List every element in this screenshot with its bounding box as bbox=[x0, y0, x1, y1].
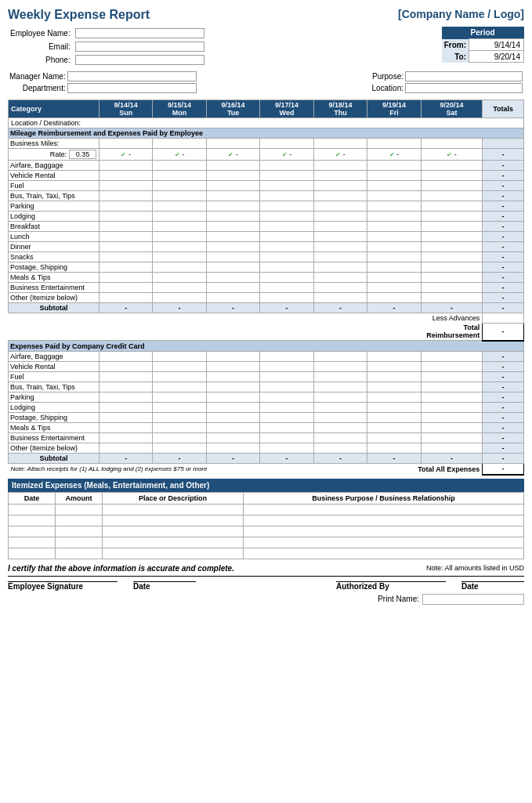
table-row: Parking- bbox=[9, 392, 524, 402]
period-header: Period bbox=[442, 27, 524, 39]
employee-sig-block: Employee Signature Date bbox=[8, 581, 196, 591]
table-row: Vehicle Rental- bbox=[9, 171, 524, 181]
itemized-header: Itemized Expenses (Meals, Entertainment,… bbox=[8, 479, 524, 492]
from-value: 9/14/14 bbox=[494, 41, 520, 49]
table-row: Snacks- bbox=[9, 252, 524, 262]
department-label: Department: bbox=[9, 83, 66, 93]
rate-total: - bbox=[483, 149, 524, 161]
manager-label: Manager Name: bbox=[9, 71, 66, 81]
manager-input[interactable] bbox=[67, 71, 197, 81]
rate-input[interactable] bbox=[69, 150, 96, 159]
auth-date-label: Date bbox=[461, 581, 524, 591]
location-dest-label: Location / Destination: bbox=[11, 119, 81, 127]
note-total-row: Note: Attach receipts for (1) ALL lodgin… bbox=[9, 463, 524, 475]
itemized-col-amount: Amount bbox=[56, 492, 103, 504]
total-reimbursement-value: - bbox=[483, 323, 524, 341]
table-row: Breakfast- bbox=[9, 222, 524, 232]
emp-sig-label: Employee Signature bbox=[8, 581, 118, 591]
bm-fri-input[interactable] bbox=[369, 139, 418, 147]
itemized-col-place: Place or Description bbox=[103, 492, 244, 504]
col-wed: 9/17/14 Wed bbox=[260, 100, 313, 118]
phone-input[interactable] bbox=[75, 55, 204, 65]
itemized-row bbox=[9, 537, 524, 548]
bm-wed-input[interactable] bbox=[262, 139, 311, 147]
section1-header-row: Mileage Reimbursement and Expenses Paid … bbox=[9, 128, 524, 139]
from-label: From: bbox=[442, 39, 469, 51]
table-row: Other (Itemize below)- bbox=[9, 293, 524, 303]
rate-fri-dash: - bbox=[396, 150, 399, 158]
bm-mon-input[interactable] bbox=[154, 139, 204, 147]
itemized-col-purpose: Business Purpose / Business Relationship bbox=[244, 492, 524, 504]
table-row: Parking- bbox=[9, 201, 524, 212]
table-row: Fuel- bbox=[9, 181, 524, 191]
table-row: Other (Itemize below)- bbox=[9, 443, 524, 453]
table-row: Bus, Train, Taxi, Tips- bbox=[9, 191, 524, 201]
email-input[interactable] bbox=[75, 42, 204, 52]
table-row: Lodging- bbox=[9, 212, 524, 222]
rate-sat-dash: - bbox=[454, 150, 457, 158]
table-row: Lunch- bbox=[9, 232, 524, 242]
itemized-row bbox=[9, 515, 524, 526]
table-row: Bus, Train, Taxi, Tips- bbox=[9, 382, 524, 392]
auth-label-block: Authorized By bbox=[336, 581, 446, 591]
bm-tue-input[interactable] bbox=[208, 139, 258, 147]
auth-label: Authorized By bbox=[336, 581, 446, 591]
rate-sun-dash: - bbox=[128, 150, 131, 158]
employee-name-label: Employee Name: bbox=[8, 27, 73, 40]
itemized-row bbox=[9, 548, 524, 559]
signature-section: Employee Signature Date Authorized By Da… bbox=[8, 576, 524, 605]
print-name-section: Print Name: bbox=[8, 594, 524, 605]
bm-thu-input[interactable] bbox=[316, 139, 365, 147]
col-fri: 9/19/14 Fri bbox=[367, 100, 421, 118]
bm-sun[interactable] bbox=[99, 139, 152, 149]
col-sun: 9/14/14 Sun bbox=[99, 100, 152, 118]
subtotal-label-2: Subtotal bbox=[9, 453, 100, 463]
subtotal-row-2: Subtotal - - - - - - - - bbox=[9, 453, 524, 463]
subtotal-label-1: Subtotal bbox=[9, 303, 100, 313]
rate-row: Rate: ✔ - ✔ - ✔ - ✔ - ✔ - ✔ - ✔ - - bbox=[9, 149, 524, 161]
certify-text: I certify that the above information is … bbox=[8, 564, 234, 573]
total-reimbursement-row: Total Reimbursement - bbox=[9, 323, 524, 341]
purpose-input[interactable] bbox=[405, 71, 523, 81]
bm-sat-input[interactable] bbox=[423, 139, 481, 147]
less-advances-row: Less Advances bbox=[9, 313, 524, 324]
bm-sun-input[interactable] bbox=[101, 139, 150, 147]
rate-mon-dash: - bbox=[182, 150, 184, 158]
table-row: Airfare, Baggage- bbox=[9, 351, 524, 361]
business-miles-label: Business Miles: bbox=[9, 139, 100, 149]
table-row: Meals & Tips- bbox=[9, 273, 524, 283]
business-miles-row: Business Miles: bbox=[9, 139, 524, 149]
email-label: Email: bbox=[8, 40, 73, 53]
itemized-row bbox=[9, 504, 524, 515]
table-row: Postage, Shipping- bbox=[9, 262, 524, 273]
table-row: Lodging- bbox=[9, 402, 524, 412]
location-label: Location: bbox=[371, 83, 404, 93]
table-row: Airfare, Baggage- bbox=[9, 161, 524, 171]
itemized-table: Date Amount Place or Description Busines… bbox=[8, 492, 524, 559]
to-label: To: bbox=[442, 51, 469, 63]
section2-header-row: Expenses Paid by Company Credit Card bbox=[9, 341, 524, 352]
less-advances-label: Less Advances bbox=[421, 313, 483, 324]
location-input[interactable] bbox=[405, 83, 523, 93]
itemized-col-date: Date bbox=[9, 492, 56, 504]
emp-date-label: Date bbox=[133, 581, 196, 591]
section2-label: Expenses Paid by Company Credit Card bbox=[9, 341, 524, 352]
table-row: Business Entertainment- bbox=[9, 432, 524, 443]
section1-label: Mileage Reimbursement and Expenses Paid … bbox=[9, 128, 524, 139]
table-row: Business Entertainment- bbox=[9, 283, 524, 293]
print-name-input[interactable] bbox=[422, 594, 524, 605]
rate-wed-dash: - bbox=[289, 150, 291, 158]
phone-label: Phone: bbox=[8, 53, 73, 67]
less-advances-value bbox=[483, 313, 524, 324]
col-tue: 9/16/14 Tue bbox=[206, 100, 259, 118]
department-input[interactable] bbox=[67, 83, 197, 93]
note-text: Note: Attach receipts for (1) ALL lodgin… bbox=[9, 463, 314, 475]
employee-name-input[interactable] bbox=[75, 28, 204, 38]
col-sat: 9/20/14 Sat bbox=[421, 100, 483, 118]
itemized-row bbox=[9, 526, 524, 537]
col-totals: Totals bbox=[483, 100, 524, 118]
purpose-label: Purpose: bbox=[371, 71, 404, 81]
company-logo: [Company Name / Logo] bbox=[398, 8, 524, 20]
total-reimbursement-label: Total Reimbursement bbox=[421, 323, 483, 341]
subtotal-row-1: Subtotal - - - - - - - - bbox=[9, 303, 524, 313]
